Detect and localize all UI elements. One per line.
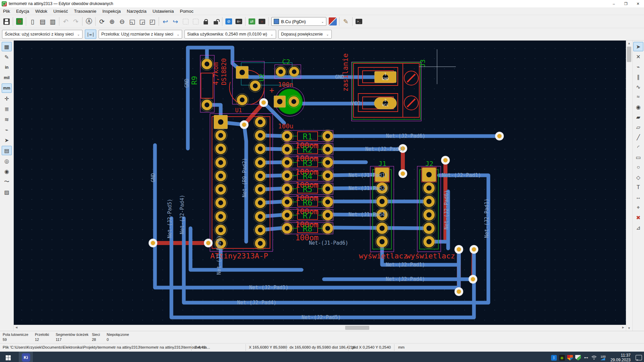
battery-icon[interactable]: 100 <box>599 355 607 361</box>
auto-track-width-toggle[interactable]: |=| <box>85 29 96 39</box>
draw-circle-icon[interactable]: ○ <box>633 163 643 172</box>
usb-icon[interactable]: ⊷ <box>583 355 589 361</box>
menu-plik[interactable]: Plik <box>0 8 13 14</box>
menu-trasowanie[interactable]: Trasowanie <box>71 8 99 14</box>
copper-trace-bottom[interactable] <box>184 175 488 303</box>
grid-select[interactable]: Siatka użytkownika: 0,2540 mm (0,0100 w)… <box>184 30 276 39</box>
route-tracks-icon[interactable]: ⌁ <box>633 62 643 71</box>
back-icon[interactable]: ↩ <box>160 16 170 26</box>
update-pcb-icon[interactable]: ⇄ <box>247 16 257 26</box>
sketch-pads-icon[interactable]: ◎ <box>2 156 12 166</box>
ratsnest-curved-icon[interactable]: ≋ <box>2 115 12 124</box>
save-icon[interactable] <box>1 16 11 26</box>
vertical-scrollbar[interactable]: ▲ ▼ <box>626 41 632 331</box>
zoom-out-icon[interactable]: ⊖ <box>117 16 127 26</box>
unlock-icon[interactable] <box>211 16 221 26</box>
bluetooth-icon[interactable]: ᛒ <box>551 355 557 361</box>
vertical-scroll-thumb[interactable] <box>627 47 631 62</box>
start-button[interactable] <box>0 352 16 362</box>
draw-polygon-icon[interactable]: ◇ <box>633 173 643 182</box>
polar-coords-icon[interactable]: ✎ <box>2 52 12 62</box>
pcb-drawing[interactable]: ATtiny2313A-Pwyświetlaczwyświetlaczzasil… <box>14 41 626 325</box>
print-icon[interactable]: ▤ <box>38 16 48 26</box>
forward-icon[interactable]: ↪ <box>170 16 180 26</box>
local-ratsnest-icon[interactable]: ✕ <box>633 52 643 61</box>
minimize-button[interactable]: – <box>608 0 620 7</box>
draw-arc-icon[interactable]: ◜ <box>633 142 643 152</box>
route-diff-pair-icon[interactable]: ∥ <box>633 72 643 81</box>
find-icon[interactable]: Ⓐ <box>84 16 94 26</box>
nvidia-icon[interactable]: ◉ <box>559 355 565 361</box>
defender-icon[interactable]: ✓ <box>575 355 581 361</box>
lock-icon[interactable] <box>201 16 211 26</box>
track-width-select[interactable]: Ścieżka: użyj szerokości z klasy sieci ⌄ <box>2 30 83 39</box>
menu-edycja[interactable]: Edycja <box>13 8 32 14</box>
layer-pair-icon[interactable] <box>328 16 338 26</box>
add-dimension-icon[interactable]: ↔ <box>633 193 643 202</box>
set-origin-icon[interactable]: ⌖ <box>633 203 643 212</box>
add-via-icon[interactable]: ◉ <box>633 102 643 112</box>
measure-tool-icon[interactable]: ⊿ <box>633 223 643 232</box>
scroll-up-icon[interactable]: ▲ <box>628 42 631 45</box>
units-inches-button[interactable]: in <box>2 63 12 72</box>
layer-manager-icon[interactable]: ▤ <box>2 146 12 155</box>
delete-tool-icon[interactable]: ✖ <box>633 213 643 222</box>
ratsnest-show-icon[interactable]: ≣ <box>2 104 12 114</box>
menu-ustawienia[interactable]: Ustawienia <box>150 8 177 14</box>
layer-selector[interactable]: B.Cu (PgDn) ⌄ <box>271 17 326 26</box>
taskbar-kicad-app[interactable]: Ki <box>19 352 33 362</box>
units-mm-button[interactable]: mm <box>2 83 12 93</box>
group-icon[interactable] <box>180 16 191 26</box>
search-footprints-icon[interactable]: ≣⌕ <box>234 16 244 26</box>
sketch-zones-icon[interactable]: ▨ <box>2 187 12 197</box>
grid-dots-icon[interactable]: ▦ <box>2 42 12 51</box>
menu-narzędzia[interactable]: Narzędzia <box>124 8 150 14</box>
menu-widok[interactable]: Widok <box>32 8 50 14</box>
zoom-objects-icon[interactable]: ◲ <box>137 16 147 26</box>
wifi-icon[interactable] <box>591 355 597 361</box>
drc-icon[interactable]: ⊘ <box>224 16 234 26</box>
net-highlight-icon[interactable]: ⌁ <box>2 125 12 134</box>
highlight-net-icon[interactable]: ✎ <box>341 16 351 26</box>
menu-inspekcja[interactable]: Inspekcja <box>99 8 124 14</box>
horizontal-scrollbar[interactable]: ◄ ► <box>14 325 626 331</box>
rule-area-icon[interactable]: ▱ <box>633 122 643 132</box>
via-size-select[interactable]: Przelotka: Użyj rozmiarów z klasy sieci … <box>99 30 182 39</box>
zoom-selection-icon[interactable]: ◰ <box>147 16 157 26</box>
drc-check-icon[interactable]: ☑ <box>257 16 267 26</box>
page-settings-icon[interactable]: ▯ <box>28 16 38 26</box>
scroll-right-icon[interactable]: ► <box>622 325 625 329</box>
draw-rect-icon[interactable]: ▭ <box>633 153 643 162</box>
redo-icon[interactable]: ↷ <box>71 16 81 26</box>
horizontal-scroll-thumb[interactable] <box>345 326 369 330</box>
scripting-console-icon[interactable]: >_ <box>354 16 364 26</box>
zoom-select[interactable]: Dopasuj powiększenie ⌄ <box>278 30 332 39</box>
tune-track-icon[interactable]: ∿ <box>633 82 643 92</box>
zoom-fit-icon[interactable]: ◱ <box>127 16 137 26</box>
avg-icon[interactable] <box>567 355 573 361</box>
draw-line-icon[interactable]: ╱ <box>633 132 643 142</box>
pcb-canvas[interactable]: ATtiny2313A-Pwyświetlaczwyświetlaczzasil… <box>14 41 626 331</box>
plot-icon[interactable]: ▥ <box>48 16 58 26</box>
refresh-icon[interactable]: ⟳ <box>97 16 107 26</box>
undo-icon[interactable]: ↶ <box>61 16 71 26</box>
sketch-tracks-icon[interactable]: 〜 <box>2 177 12 186</box>
zoom-in-icon[interactable]: ⊕ <box>107 16 117 26</box>
add-text-icon[interactable]: T <box>633 183 643 192</box>
select-arrow-icon[interactable]: ➤ <box>633 42 643 51</box>
board-setup-icon[interactable]: ⚙ <box>14 16 24 26</box>
collision-drag-icon[interactable]: ➤ <box>2 135 12 145</box>
ungroup-icon[interactable] <box>191 16 201 26</box>
scroll-left-icon[interactable]: ◄ <box>15 325 18 329</box>
units-mils-button[interactable]: mil <box>2 73 12 82</box>
resistor-r9-body[interactable] <box>201 73 213 98</box>
notification-center-icon[interactable] <box>636 355 642 360</box>
menu-umieść[interactable]: Umieść <box>50 8 71 14</box>
taskbar-clock[interactable]: 11:37 29.09.2023 <box>610 353 631 362</box>
close-button[interactable]: ✕ <box>632 0 644 7</box>
add-zone-icon[interactable]: ▰ <box>633 112 643 122</box>
maximize-button[interactable]: ❐ <box>620 0 632 7</box>
cursor-shape-icon[interactable]: ✛ <box>2 94 12 103</box>
sketch-vias-icon[interactable]: ◉ <box>2 167 12 176</box>
tune-skew-icon[interactable]: ≈ <box>633 92 643 102</box>
